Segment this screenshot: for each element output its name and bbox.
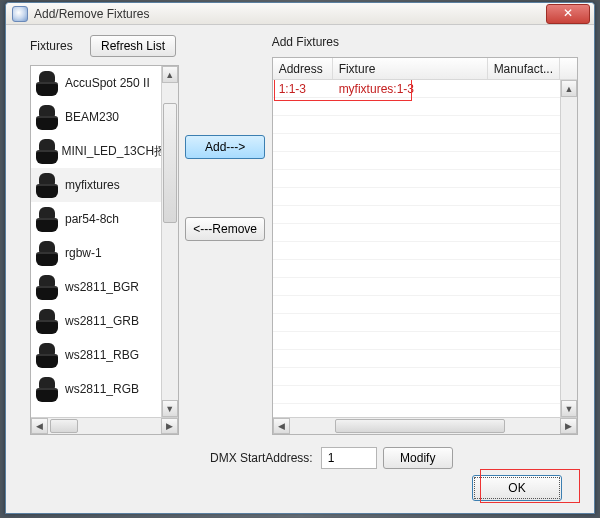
col-manufacturer[interactable]: Manufact... [488, 58, 560, 79]
scroll-left-icon[interactable]: ◀ [273, 418, 290, 434]
fixture-icon [35, 207, 59, 231]
fixtures-listbox[interactable]: AccuSpot 250 IIBEAM230MINI_LED_13CH摇头myf… [30, 65, 179, 435]
list-item-label: ws2811_RGB [65, 382, 139, 396]
list-item-label: AccuSpot 250 II [65, 76, 150, 90]
list-item[interactable]: ws2811_RBG [31, 338, 161, 372]
dialog-window: Add/Remove Fixtures ✕ Fixtures Refresh L… [5, 2, 595, 514]
scroll-down-icon[interactable]: ▼ [162, 400, 178, 417]
scroll-thumb-h[interactable] [50, 419, 78, 433]
col-address[interactable]: Address [273, 58, 333, 79]
list-item-label: par54-8ch [65, 212, 119, 226]
add-fixtures-label: Add Fixtures [272, 35, 578, 49]
list-item-label: ws2811_RBG [65, 348, 139, 362]
add-button[interactable]: Add---> [185, 135, 265, 159]
list-item[interactable]: AccuSpot 250 II [31, 66, 161, 100]
remove-button[interactable]: <---Remove [185, 217, 265, 241]
fixture-icon [35, 139, 55, 163]
scroll-right-icon[interactable]: ▶ [560, 418, 577, 434]
dmx-start-label: DMX StartAddress: [210, 451, 313, 465]
list-item-label: myfixtures [65, 178, 120, 192]
col-fixture[interactable]: Fixture [333, 58, 488, 79]
scroll-left-icon[interactable]: ◀ [31, 418, 48, 434]
list-item[interactable]: MINI_LED_13CH摇头 [31, 134, 161, 168]
cell-address: 1:1-3 [273, 80, 333, 97]
added-fixtures-grid[interactable]: Address Fixture Manufact... 1:1-3myfixtu… [272, 57, 578, 435]
title-bar[interactable]: Add/Remove Fixtures ✕ [6, 3, 594, 25]
fixture-icon [35, 241, 59, 265]
list-item[interactable]: ws2811_GRB [31, 304, 161, 338]
close-icon: ✕ [563, 6, 573, 20]
list-item[interactable]: myfixtures [31, 168, 161, 202]
grid-hscrollbar[interactable]: ◀ ▶ [273, 417, 577, 434]
ok-button[interactable]: OK [472, 475, 562, 501]
list-item[interactable]: rgbw-1 [31, 236, 161, 270]
list-item[interactable]: ws2811_BGR [31, 270, 161, 304]
fixture-icon [35, 309, 59, 333]
scroll-down-icon[interactable]: ▼ [561, 400, 577, 417]
scroll-up-icon[interactable]: ▲ [162, 66, 178, 83]
list-item-label: ws2811_GRB [65, 314, 139, 328]
scroll-up-icon[interactable]: ▲ [561, 80, 577, 97]
list-item-label: BEAM230 [65, 110, 119, 124]
modify-button[interactable]: Modify [383, 447, 453, 469]
list-item[interactable]: BEAM230 [31, 100, 161, 134]
table-row[interactable]: 1:1-3myfixtures:1-3 [273, 80, 560, 98]
fixture-icon [35, 275, 59, 299]
dmx-start-input[interactable] [321, 447, 377, 469]
fixture-icon [35, 71, 59, 95]
fixture-icon [35, 105, 59, 129]
scroll-thumb-h[interactable] [335, 419, 505, 433]
fixtures-hscrollbar[interactable]: ◀ ▶ [31, 417, 178, 434]
close-button[interactable]: ✕ [546, 4, 590, 24]
list-item-label: MINI_LED_13CH摇头 [61, 143, 160, 160]
cell-manufacturer [488, 80, 560, 97]
scroll-right-icon[interactable]: ▶ [161, 418, 178, 434]
list-item-label: rgbw-1 [65, 246, 102, 260]
fixture-icon [35, 173, 59, 197]
client-area: Fixtures Refresh List AccuSpot 250 IIBEA… [6, 25, 594, 513]
fixture-icon [35, 343, 59, 367]
fixtures-vscrollbar[interactable]: ▲ ▼ [161, 66, 178, 417]
list-item[interactable]: ws2811_RGB [31, 372, 161, 406]
grid-vscrollbar[interactable]: ▲ ▼ [560, 80, 577, 417]
fixture-icon [35, 377, 59, 401]
refresh-list-button[interactable]: Refresh List [90, 35, 176, 57]
scroll-thumb[interactable] [163, 103, 177, 223]
list-item-label: ws2811_BGR [65, 280, 139, 294]
list-item[interactable]: par54-8ch [31, 202, 161, 236]
app-icon [12, 6, 28, 22]
cell-fixture: myfixtures:1-3 [333, 80, 488, 97]
grid-header: Address Fixture Manufact... [273, 58, 577, 80]
window-title: Add/Remove Fixtures [34, 7, 149, 21]
fixtures-label: Fixtures [30, 39, 90, 53]
